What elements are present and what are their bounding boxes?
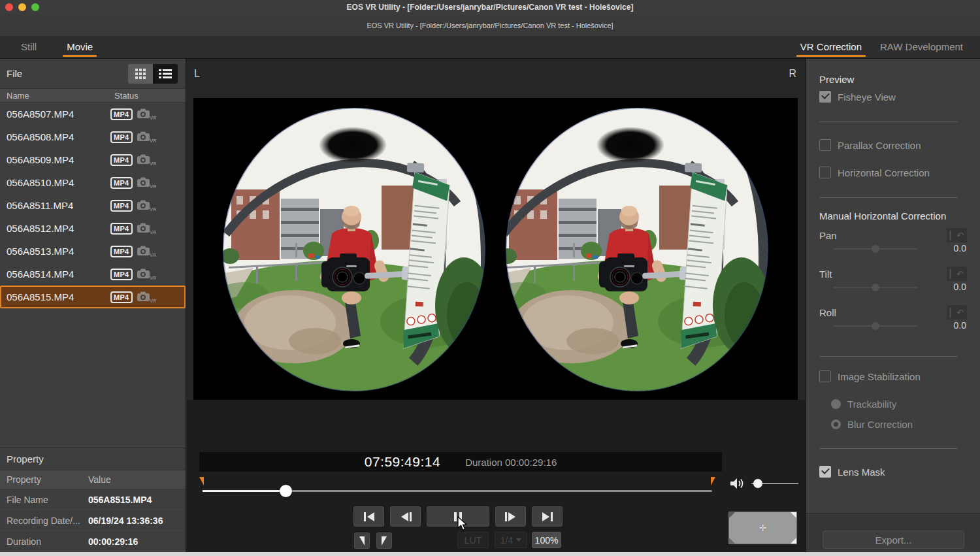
pan-navigator[interactable]: ✛ — [728, 512, 797, 544]
step-backward-button[interactable] — [390, 506, 421, 527]
trim-out-marker[interactable] — [711, 477, 715, 485]
roll-slider[interactable] — [834, 325, 917, 327]
list-item-selected[interactable]: 056A8515.MP4MP4 — [0, 286, 186, 308]
lens-mask-checkbox[interactable] — [819, 466, 831, 478]
property-columns: Property Value — [0, 470, 186, 489]
list-item[interactable]: 056A8508.MP4MP4 — [0, 125, 186, 148]
manual-correction-title: Manual Horizontal Correction — [819, 210, 946, 221]
column-name: Name — [0, 91, 108, 101]
list-item[interactable]: 056A8511.MP4MP4 — [0, 194, 186, 217]
vr-camera-icon — [137, 199, 156, 212]
pan-reset-button[interactable]: ▏↶ — [946, 227, 968, 243]
view-toggle-group — [128, 64, 178, 84]
speaker-icon[interactable] — [729, 477, 745, 490]
current-timecode: 07:59:49:14 — [365, 454, 440, 470]
mp4-badge: MP4 — [110, 223, 133, 235]
seek-track[interactable] — [203, 490, 712, 492]
panel-tabs: VR Correction RAW Development — [799, 37, 980, 58]
roll-reset-button[interactable]: ▏↶ — [946, 304, 968, 320]
go-to-start-button[interactable] — [353, 506, 384, 527]
preview-section-title: Preview — [819, 74, 854, 85]
horizontal-correction-row[interactable]: Horizontal Correction — [819, 167, 930, 178]
grid-view-button[interactable] — [128, 64, 153, 84]
list-item[interactable]: 056A8512.MP4MP4 — [0, 217, 186, 240]
vr-camera-icon — [137, 222, 156, 235]
property-panel-header: Property — [0, 448, 186, 470]
minimize-button[interactable] — [18, 3, 26, 11]
list-item[interactable]: 056A8507.MP4MP4 — [0, 103, 186, 125]
image-stabilization-row[interactable]: Image Stabilization — [819, 370, 921, 382]
mp4-badge: MP4 — [110, 108, 133, 120]
tab-bar: Still Movie VR Correction RAW Developmen… — [0, 36, 980, 59]
list-item[interactable]: 056A8509.MP4MP4 — [0, 148, 186, 171]
mp4-badge: MP4 — [110, 177, 133, 189]
volume-slider[interactable] — [751, 483, 798, 484]
trackability-option[interactable]: Trackability — [831, 399, 896, 410]
tab-movie[interactable]: Movie — [65, 37, 94, 58]
lut-button[interactable]: LUT — [457, 532, 489, 548]
seek-bar[interactable] — [199, 477, 715, 497]
trackability-radio[interactable] — [831, 399, 841, 409]
fisheye-view-checkbox-row[interactable]: Fisheye View — [819, 91, 896, 103]
divider — [819, 197, 958, 198]
lens-mask-row[interactable]: Lens Mask — [819, 466, 885, 478]
trim-out-icon — [382, 536, 387, 546]
zoom-level-button[interactable]: 100% — [532, 532, 561, 548]
mp4-badge: MP4 — [110, 269, 133, 280]
mp4-badge: MP4 — [110, 200, 133, 212]
right-eye-label: R — [789, 68, 796, 80]
tilt-reset-button[interactable]: ▏↶ — [946, 266, 968, 282]
transport-controls: 07:59:49:14 Duration 00:00:29:16 — [187, 400, 806, 552]
mode-tabs: Still Movie — [0, 37, 94, 58]
export-section: Export... — [806, 513, 980, 552]
blur-correction-option[interactable]: Blur Correction — [831, 419, 913, 430]
set-in-point-button[interactable] — [354, 532, 370, 549]
tilt-slider-thumb[interactable] — [872, 284, 879, 291]
tab-raw-development[interactable]: RAW Development — [879, 37, 964, 58]
pan-slider[interactable] — [834, 248, 917, 250]
go-to-end-button[interactable] — [532, 506, 563, 527]
parallax-correction-row[interactable]: Parallax Correction — [819, 139, 921, 151]
app-header-title: EOS VR Utility - [Folder:/Users/janrybar… — [367, 22, 613, 29]
playback-speed-dropdown[interactable]: 1/4 — [495, 532, 527, 548]
value-column-label: Value — [83, 474, 111, 485]
seek-thumb[interactable] — [280, 485, 292, 497]
table-row: Duration 00:00:29:16 — [0, 531, 186, 552]
titlebar: EOS VR Utility - [Folder:/Users/janrybar… — [0, 0, 980, 14]
property-panel: Property Property Value File Name 056A85… — [0, 448, 186, 552]
export-button[interactable]: Export... — [823, 531, 964, 549]
blur-correction-radio[interactable] — [831, 419, 841, 429]
parallax-correction-checkbox[interactable] — [819, 139, 831, 151]
grid-view-icon — [135, 69, 146, 79]
vr-correction-panel: Preview Fisheye View Parallax Correction… — [806, 59, 980, 552]
vr-camera-icon — [137, 176, 156, 189]
traffic-lights — [5, 3, 39, 11]
horizontal-correction-checkbox[interactable] — [819, 167, 831, 178]
image-stabilization-checkbox[interactable] — [819, 370, 831, 382]
file-list: 056A8507.MP4MP4 056A8508.MP4MP4 056A8509… — [0, 103, 186, 308]
list-view-button[interactable] — [153, 64, 178, 84]
file-sidebar: File Name Status 056A8507.MP4MP4 056A850… — [0, 59, 186, 552]
fisheye-view-checkbox[interactable] — [819, 91, 831, 103]
window-title: EOS VR Utility - [Folder:/Users/janrybar… — [347, 3, 634, 12]
volume-thumb[interactable] — [753, 479, 762, 488]
pause-button[interactable] — [427, 506, 489, 527]
app-header: EOS VR Utility - [Folder:/Users/janrybar… — [0, 14, 980, 36]
mp4-badge: MP4 — [110, 154, 133, 166]
tab-still[interactable]: Still — [20, 37, 38, 58]
set-out-point-button[interactable] — [376, 532, 392, 549]
move-icon: ✛ — [729, 512, 796, 544]
list-item[interactable]: 056A8513.MP4MP4 — [0, 240, 186, 263]
tilt-slider[interactable] — [834, 287, 917, 288]
zoom-button[interactable] — [31, 3, 39, 11]
app-window: EOS VR Utility - [Folder:/Users/janrybar… — [0, 0, 980, 556]
trim-in-marker[interactable] — [199, 477, 204, 485]
list-item[interactable]: 056A8514.MP4MP4 — [0, 263, 186, 286]
pan-slider-thumb[interactable] — [872, 245, 879, 253]
tab-vr-correction[interactable]: VR Correction — [799, 37, 863, 58]
step-forward-button[interactable] — [495, 506, 526, 527]
roll-slider-thumb[interactable] — [872, 322, 879, 330]
go-to-end-icon — [540, 512, 555, 522]
close-button[interactable] — [5, 3, 13, 11]
list-item[interactable]: 056A8510.MP4MP4 — [0, 171, 186, 194]
